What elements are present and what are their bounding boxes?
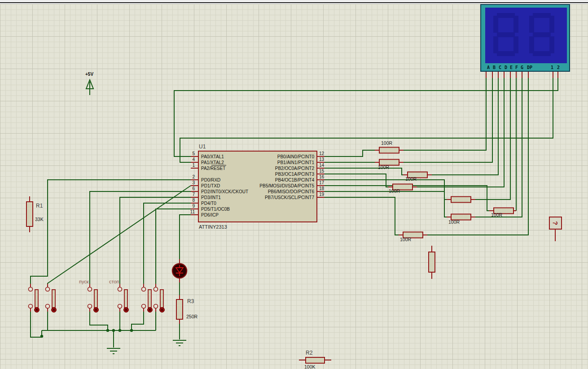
unknown-component[interactable]: ? [549,217,562,230]
start-button-terminal[interactable] [88,287,92,291]
wire-pb3-riser-d[interactable] [417,78,504,187]
button6-terminal[interactable] [154,287,158,291]
button2-actuator[interactable] [52,290,55,308]
button1-actuator[interactable] [35,290,38,308]
stop-button-label[interactable]: стоп [109,279,119,284]
pin-number: 11 [183,209,195,214]
display-pin-label: A [487,65,490,70]
button2-terminal[interactable] [46,304,50,308]
junction-dot [106,329,109,332]
wire-pb6-net[interactable] [325,191,447,217]
wire-pd1-diagonal-to-button2[interactable] [48,186,191,284]
display-pin-label: G [521,65,523,70]
network-resistor-value[interactable]: 100R [378,165,389,170]
r3-value[interactable]: 250R [186,314,197,319]
network-resistor-value[interactable]: 100R [405,176,417,182]
r2-value[interactable]: 100K [304,364,316,369]
pin-number: 15 [319,169,324,174]
seven-segment-display[interactable]: A B C D E F G DP 1 2 [480,4,570,72]
wire-pb2-riser-c[interactable] [432,78,498,175]
display-pin-stubs[interactable] [486,72,558,78]
wire-pb3-net[interactable] [325,174,388,187]
push-buttons [29,287,165,313]
wire-button1-gnd[interactable] [31,312,42,337]
pin-number: 7 [183,192,195,197]
pin-number: 2 [183,174,195,179]
ic-pin-label: PB3/OC1A/PCINT3 [201,172,314,177]
stop-button-actuator[interactable] [124,290,127,308]
wire-pd0-to-button1[interactable] [31,180,191,284]
ic-reference[interactable]: U1 [199,143,206,150]
button5-terminal[interactable] [142,287,146,291]
stop-button-terminal[interactable] [118,304,122,308]
button6-actuator[interactable] [160,290,163,308]
start-button-terminal[interactable] [88,304,92,308]
button5-terminal[interactable] [142,304,146,308]
resistor-r1-body[interactable] [26,202,33,226]
r3-reference[interactable]: R3 [187,298,194,304]
ground-symbol-buttons[interactable] [107,348,120,354]
display-pin-label: B [493,65,496,70]
junction-dot [130,329,133,332]
resistor-floating-body[interactable] [429,252,435,272]
junction-dot [40,335,43,338]
start-button-label[interactable]: пуск [79,279,89,284]
display-pin-label: 2 [557,65,560,70]
wire-pd6-to-led[interactable] [180,215,191,259]
network-resistor-value[interactable]: 100R [448,219,460,225]
pin-number: 9 [183,204,195,208]
resistor-network-1[interactable] [379,148,399,153]
ic-pin-label: PB1/AIN1/PCINT1 [201,160,314,165]
r2-reference[interactable]: R2 [306,350,312,356]
display-pin-label: F [515,65,518,70]
ic-pin-label: PB4/OC1B/PCINT4 [201,178,314,182]
pin-number: 19 [319,192,324,197]
resistor-r2-body[interactable] [306,357,325,363]
ic-part-number[interactable]: ATTINY2313 [199,224,227,230]
ic-pin-label: PB0/AIN0/PCINT0 [201,154,314,159]
display-pin-label: D [505,65,507,70]
button2-terminal[interactable] [46,287,50,291]
ic-pin-label: PD5/T1/OC0B [201,207,230,212]
wire-pb0-net[interactable] [325,150,375,156]
resistor-network-5[interactable] [451,197,471,203]
ground-symbols[interactable] [107,340,186,354]
wire-start-button-gnd[interactable] [90,312,108,330]
start-button-actuator[interactable] [94,290,97,308]
wire-pb0-riser-a[interactable] [404,78,486,150]
button1-terminal[interactable] [29,287,33,291]
stop-button-terminal[interactable] [118,287,122,291]
display-pin-label: E [510,65,513,70]
pin-number: 14 [319,163,324,168]
network-resistor-value[interactable]: 100R [381,140,392,146]
pin-number: 4 [183,157,195,162]
network-resistor-value[interactable]: 100R [400,237,411,242]
pin-number: 3 [183,180,195,185]
resistor-r3-body[interactable] [176,300,183,319]
pin-number: 17 [319,180,324,185]
network-resistor-value[interactable]: 100R [389,188,400,194]
button6-terminal[interactable] [154,304,158,308]
r1-value[interactable]: 33K [35,217,44,222]
display-pin-label: C [499,65,501,70]
button5-actuator[interactable] [148,290,151,308]
r1-reference[interactable]: R1 [36,203,43,209]
wire-pa0-to-display-digit2[interactable] [174,78,558,156]
junction-dot [112,329,115,332]
pin-number: 6 [183,186,195,191]
power-net-label[interactable]: +5V [85,72,93,77]
display-pin-label: DP [527,65,532,70]
ic-attiny2313[interactable]: PA0/XTAL1 PA1/XTAL2 PA2/RESET PD0/RXD PD… [198,151,317,222]
ground-symbol-led[interactable] [173,340,186,346]
pin-number: 5 [183,151,195,156]
power-terminal[interactable] [86,80,93,95]
pin-number: 13 [319,157,324,162]
network-resistor-value[interactable]: 100R [491,212,502,217]
led[interactable] [172,264,187,278]
junction-dot [118,329,121,332]
wire-button5-gnd[interactable] [132,312,144,330]
ic-pin-label: PB6/MISO/DO/PCINT6 [201,189,314,194]
pin-number: 8 [183,198,195,203]
wire-pb7-net[interactable] [325,197,399,235]
button1-terminal[interactable] [29,304,33,308]
